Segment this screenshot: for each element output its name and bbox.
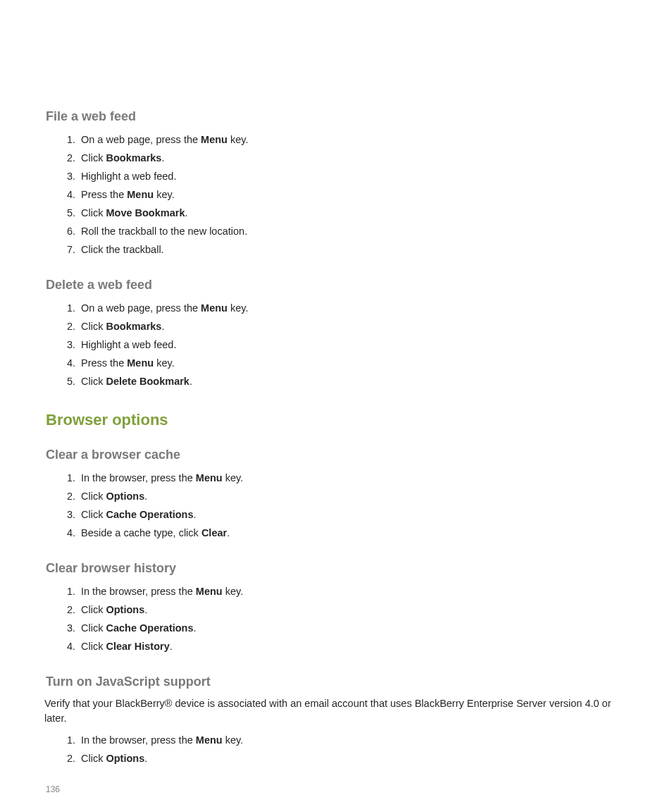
step-item: Click Move Bookmark.	[78, 204, 626, 223]
step-text: key.	[223, 586, 244, 597]
step-item: Click the trackball.	[78, 241, 626, 259]
step-text: Click the trackball.	[81, 244, 164, 255]
step-text: .	[185, 207, 187, 218]
step-text: In the browser, press the	[81, 472, 196, 483]
steps-clear-cache: In the browser, press the Menu key.Click…	[46, 469, 626, 543]
step-item: Beside a cache type, click Clear.	[78, 524, 626, 543]
step-text: Roll the trackball to the new location.	[81, 226, 247, 237]
step-text: Highlight a web feed.	[81, 171, 176, 182]
heading-file-web-feed: File a web feed	[46, 109, 626, 124]
step-text: Click	[81, 376, 106, 387]
step-text: Click	[81, 622, 106, 634]
step-text: Click	[81, 509, 106, 520]
step-item: Click Options.	[78, 488, 626, 506]
step-text: On a web page, press the	[81, 302, 201, 314]
step-item: Click Delete Bookmark.	[78, 373, 626, 391]
step-text: Click	[81, 604, 106, 615]
step-bold-text: Clear	[201, 527, 227, 538]
step-bold-text: Options	[106, 753, 144, 764]
step-text: In the browser, press the	[81, 586, 196, 597]
heading-delete-web-feed: Delete a web feed	[46, 278, 626, 292]
step-text: .	[144, 753, 147, 764]
step-bold-text: Menu	[127, 189, 154, 200]
step-item: Click Bookmarks.	[78, 149, 626, 168]
step-item: Click Cache Operations.	[78, 620, 626, 638]
step-text: key.	[154, 189, 175, 200]
step-item: In the browser, press the Menu key.	[78, 583, 626, 601]
step-item: Click Bookmarks.	[78, 318, 626, 336]
step-text: key.	[228, 134, 249, 145]
step-bold-text: Menu	[196, 472, 223, 483]
step-item: Click Clear History.	[78, 638, 626, 656]
step-item: Highlight a web feed.	[78, 336, 626, 355]
step-text: Beside a cache type, click	[81, 527, 201, 538]
step-text: key.	[228, 302, 249, 314]
step-item: Roll the trackball to the new location.	[78, 223, 626, 241]
step-text: On a web page, press the	[81, 134, 201, 145]
step-text: .	[144, 604, 147, 615]
heading-browser-options: Browser options	[46, 411, 626, 429]
steps-clear-history: In the browser, press the Menu key.Click…	[46, 583, 626, 656]
step-bold-text: Delete Bookmark	[106, 376, 189, 387]
step-bold-text: Bookmarks	[106, 152, 161, 164]
step-bold-text: Options	[106, 491, 144, 502]
step-bold-text: Move Bookmark	[106, 207, 185, 218]
step-text: Highlight a web feed.	[81, 339, 176, 350]
step-bold-text: Cache Operations	[106, 509, 193, 520]
step-text: .	[170, 641, 173, 652]
step-text: .	[161, 321, 164, 332]
step-text: In the browser, press the	[81, 734, 196, 746]
step-item: Highlight a web feed.	[78, 168, 626, 186]
step-text: key.	[223, 472, 244, 483]
step-item: Press the Menu key.	[78, 355, 626, 373]
step-item: Click Cache Operations.	[78, 506, 626, 524]
step-item: In the browser, press the Menu key.	[78, 469, 626, 488]
step-item: Press the Menu key.	[78, 186, 626, 204]
step-text: Press the	[81, 189, 127, 200]
step-text: Click	[81, 753, 106, 764]
step-bold-text: Bookmarks	[106, 321, 161, 332]
step-text: key.	[154, 357, 175, 369]
step-bold-text: Cache Operations	[106, 622, 193, 634]
step-item: In the browser, press the Menu key.	[78, 732, 626, 750]
step-text: Press the	[81, 357, 127, 369]
step-item: Click Options.	[78, 601, 626, 620]
heading-clear-cache: Clear a browser cache	[46, 448, 626, 462]
step-bold-text: Menu	[201, 134, 228, 145]
step-text: Click	[81, 641, 106, 652]
heading-js-support: Turn on JavaScript support	[46, 674, 626, 689]
step-text: .	[161, 152, 164, 164]
step-text: .	[194, 622, 197, 634]
steps-js-support: In the browser, press the Menu key.Click…	[46, 732, 626, 768]
step-item: Click Options.	[78, 750, 626, 768]
step-text: Click	[81, 207, 106, 218]
document-page: File a web feed On a web page, press the…	[0, 0, 672, 768]
step-text: key.	[223, 734, 244, 746]
step-text: .	[227, 527, 230, 538]
steps-file-web-feed: On a web page, press the Menu key.Click …	[46, 131, 626, 259]
step-bold-text: Menu	[127, 357, 154, 369]
heading-clear-history: Clear browser history	[46, 561, 626, 576]
step-bold-text: Clear History	[106, 641, 169, 652]
step-bold-text: Menu	[196, 586, 223, 597]
page-number: 136	[46, 784, 60, 794]
step-text: Click	[81, 321, 106, 332]
steps-delete-web-feed: On a web page, press the Menu key.Click …	[46, 300, 626, 391]
step-item: On a web page, press the Menu key.	[78, 131, 626, 149]
note-js-support: Verify that your BlackBerry® device is a…	[44, 696, 626, 726]
step-text: .	[189, 376, 192, 387]
step-bold-text: Menu	[201, 302, 228, 314]
step-bold-text: Options	[106, 604, 144, 615]
step-bold-text: Menu	[196, 734, 223, 746]
step-text: Click	[81, 491, 106, 502]
step-item: On a web page, press the Menu key.	[78, 300, 626, 318]
step-text: .	[144, 491, 147, 502]
step-text: .	[194, 509, 197, 520]
step-text: Click	[81, 152, 106, 164]
